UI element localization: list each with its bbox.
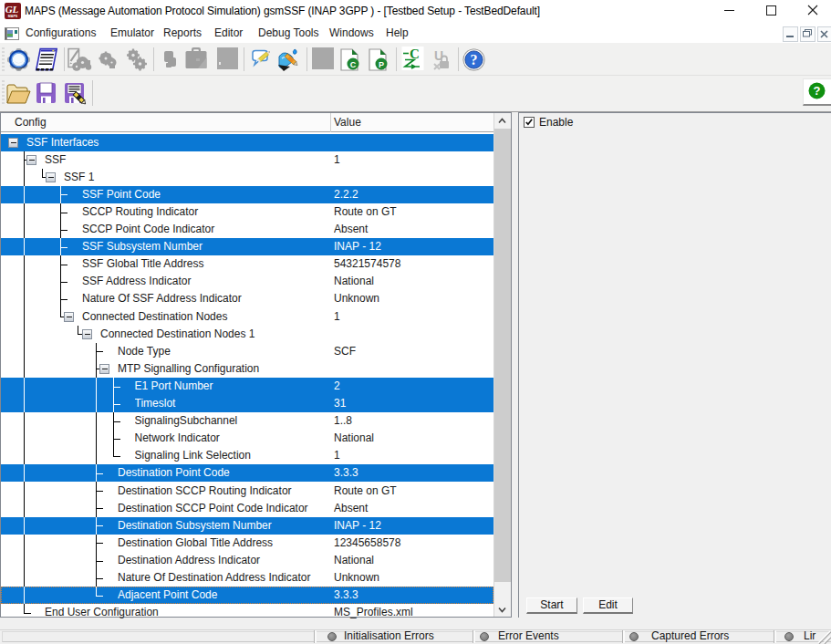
svg-text:C: C [410, 47, 420, 61]
svg-text:P: P [379, 60, 384, 69]
svg-text:?: ? [471, 52, 478, 68]
svg-text:?: ? [814, 84, 821, 98]
svg-text:GL: GL [5, 4, 19, 15]
svg-text:C: C [350, 60, 357, 69]
svg-text:MAPS: MAPS [8, 15, 18, 18]
